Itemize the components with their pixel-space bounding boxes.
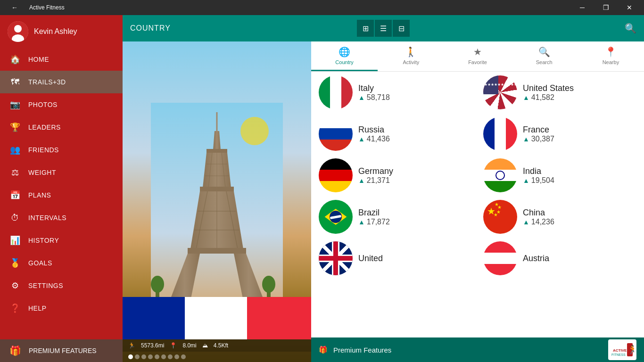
search-icon[interactable]: 🔍 [625, 23, 636, 34]
sidebar-item-label: PHOTOS [28, 101, 58, 108]
favorite-tab-icon: ★ [473, 46, 482, 58]
carousel-dot-5[interactable] [155, 354, 159, 359]
brazil-info: Brazil ▲ 17,872 [358, 208, 390, 226]
china-info: China ▲ 14,236 [523, 208, 554, 226]
china-flag: ★ ★ ★ ★ ★ [483, 200, 517, 234]
sidebar-item-label: INTERVALS [28, 214, 66, 222]
view-mode-button-2[interactable]: ☰ [375, 20, 392, 37]
france-name: France [523, 125, 554, 135]
run-icon: 🏃 [128, 342, 135, 349]
india-name: India [523, 166, 554, 176]
title-bar-left: ← Active Fitness [4, 0, 65, 15]
sidebar-item-weight[interactable]: ⚖ WEIGHT [0, 161, 123, 184]
svg-text:FITNESS: FITNESS [611, 353, 626, 356]
back-button[interactable]: ← [4, 0, 25, 15]
trails-icon: 🗺 [9, 76, 21, 88]
sidebar-item-home[interactable]: 🏠 Home [0, 48, 123, 71]
carousel-dot-1[interactable] [128, 354, 133, 359]
minimize-button[interactable]: ─ [571, 0, 593, 15]
sidebar-item-intervals[interactable]: ⏱ INTERVALS [0, 206, 123, 229]
russia-name: Russia [358, 125, 390, 135]
premium-label: Premium Features [29, 347, 97, 354]
sidebar-item-trails3d[interactable]: 🗺 TRAILS+3D [0, 71, 123, 93]
sidebar-item-label: GOALS [28, 259, 52, 267]
sidebar-username: Kevin Ashley [34, 27, 77, 36]
sidebar-item-label: PLANS [28, 191, 51, 199]
germany-name: Germany [358, 166, 393, 176]
carousel-dot-7[interactable] [168, 354, 173, 359]
tab-search[interactable]: 🔍 Search [511, 41, 578, 71]
france-flag-strip [123, 297, 311, 339]
france-flag [483, 117, 517, 151]
carousel-dot-8[interactable] [174, 354, 179, 359]
maximize-button[interactable]: ❒ [595, 0, 617, 15]
china-count: ▲ 14,236 [523, 218, 554, 226]
top-bar-icons: ⊞ ☰ ⊟ [357, 20, 410, 37]
title-bar: ← Active Fitness ─ ❒ ✕ [0, 0, 644, 15]
activity-tab-icon: 🚶 [405, 46, 417, 58]
view-mode-button-1[interactable]: ⊞ [357, 20, 374, 37]
sidebar-item-label: HISTORY [28, 237, 59, 244]
list-item[interactable]: United [319, 241, 472, 275]
germany-arrow: ▲ [358, 177, 365, 184]
country-tab-icon: 🌐 [339, 46, 350, 58]
russia-count: ▲ 41,436 [358, 135, 390, 143]
list-item[interactable]: Germany ▲ 21,371 [319, 158, 472, 192]
svg-rect-21 [188, 248, 246, 254]
usa-arrow: ▲ [523, 94, 529, 101]
sidebar-item-label: FRIENDS [28, 146, 59, 154]
list-item[interactable]: Italy ▲ 58,718 [319, 75, 472, 109]
italy-info: Italy ▲ 58,718 [358, 83, 390, 102]
premium-footer[interactable]: 🎁 Premium Features ACTIVE FITNESS 🏃 [311, 337, 644, 362]
sidebar-item-history[interactable]: 📊 HISTORY [0, 229, 123, 252]
tab-nearby[interactable]: 📍 Nearby [578, 41, 644, 71]
view-mode-button-3[interactable]: ⊟ [393, 20, 410, 37]
carousel-dot-4[interactable] [148, 354, 153, 359]
avatar-icon [8, 21, 28, 42]
sidebar-item-goals[interactable]: 🥇 GOALS [0, 252, 123, 274]
settings-icon: ⚙ [9, 280, 21, 291]
list-item[interactable]: Russia ▲ 41,436 [319, 117, 472, 151]
sidebar-item-leaders[interactable]: 🏆 LEADERS [0, 116, 123, 139]
help-icon: ❓ [9, 303, 21, 314]
search-tab-label: Search [536, 59, 553, 65]
svg-rect-14 [200, 187, 234, 191]
sidebar-item-help[interactable]: ❓ HELP [0, 297, 123, 320]
china-arrow: ▲ [523, 218, 529, 226]
premium-footer-icon: 🎁 [319, 346, 328, 354]
list-item[interactable]: India ▲ 19,504 [483, 158, 636, 192]
tabs-bar: 🌐 Country 🚶 Activity ★ Favorite 🔍 Search [311, 41, 644, 72]
sidebar-item-plans[interactable]: 📅 PLANS [0, 184, 123, 206]
search-tab-icon: 🔍 [538, 46, 550, 58]
title-bar-controls: ─ ❒ ✕ [571, 0, 640, 15]
list-item[interactable]: France ▲ 30,387 [483, 117, 636, 151]
tab-country[interactable]: 🌐 Country [311, 41, 378, 71]
russia-info: Russia ▲ 41,436 [358, 125, 390, 143]
carousel-dot-9[interactable] [181, 354, 186, 359]
usa-count: ▲ 41,582 [523, 93, 574, 102]
tab-activity[interactable]: 🚶 Activity [378, 41, 444, 71]
carousel-dot-2[interactable] [135, 354, 140, 359]
france-count: ▲ 30,387 [523, 135, 554, 143]
italy-name: Italy [358, 83, 390, 93]
usa-info: United States ▲ 41,582 [523, 83, 574, 102]
list-item[interactable]: ★★★★★★★★★★★★★★★★★★★★★★★★★★★★★★★★★★★★★★★★… [483, 75, 636, 109]
sidebar-item-photos[interactable]: 📷 PHOTOS [0, 93, 123, 116]
italy-arrow: ▲ [358, 94, 365, 101]
tab-favorite[interactable]: ★ Favorite [444, 41, 511, 71]
list-item[interactable]: Austria [483, 241, 636, 275]
carousel-dot-6[interactable] [161, 354, 166, 359]
home-icon: 🏠 [9, 54, 21, 65]
sidebar-premium-footer[interactable]: 🎁 Premium Features [0, 339, 123, 362]
hero-bottom: 🏃 5573.6mi 📍 8.0mi ⛰ 4.5Kft [123, 297, 311, 362]
sidebar-item-friends[interactable]: 👥 FRIENDS [0, 139, 123, 161]
carousel-dot-3[interactable] [141, 354, 146, 359]
china-name: China [523, 208, 554, 218]
svg-point-1 [14, 25, 22, 33]
brazil-count: ▲ 17,872 [358, 218, 390, 226]
sidebar-item-settings[interactable]: ⚙ SETTINGS [0, 274, 123, 297]
austria-info: Austria [523, 254, 549, 263]
list-item[interactable]: ★ ★ ★ ★ ★ China ▲ 14,236 [483, 200, 636, 234]
close-button[interactable]: ✕ [619, 0, 640, 15]
list-item[interactable]: Brazil ▲ 17,872 [319, 200, 472, 234]
